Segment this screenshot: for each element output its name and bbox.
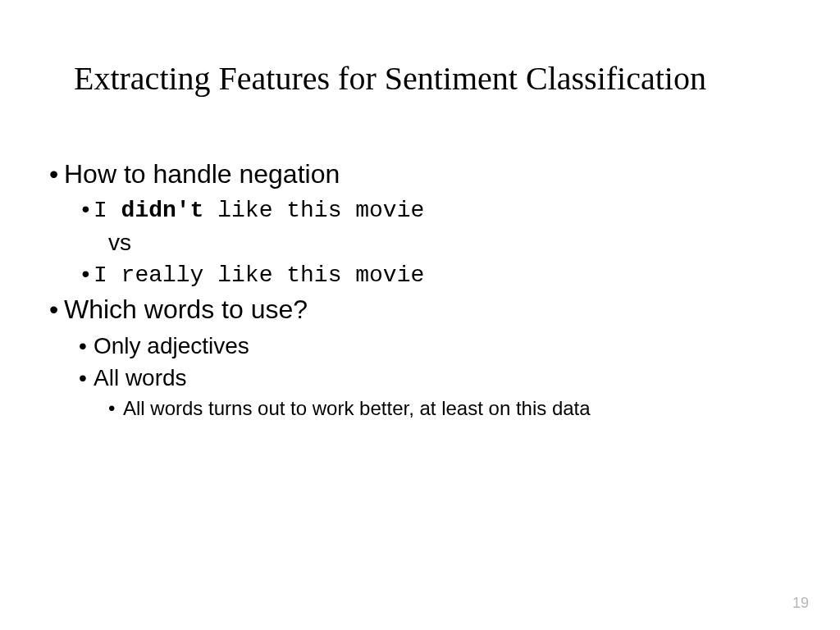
- bullet-example-didnt: I didn't like this movie: [79, 195, 791, 226]
- bullet-which-words: Which words to use?: [49, 293, 791, 327]
- slide-title: Extracting Features for Sentiment Classi…: [0, 0, 840, 98]
- bullet-negation: How to handle negation: [49, 158, 791, 192]
- example-bold: didn't: [121, 198, 204, 223]
- vs-text: vs: [108, 227, 791, 258]
- bullet-only-adjectives: Only adjectives: [79, 331, 791, 362]
- example-post: like this movie: [203, 198, 424, 223]
- page-number: 19: [792, 595, 809, 612]
- slide-content: How to handle negation I didn't like thi…: [0, 98, 840, 422]
- example-pre: I: [94, 198, 121, 223]
- bullet-example-really: I really like this movie: [79, 260, 791, 291]
- bullet-all-words: All words: [79, 363, 791, 394]
- bullet-all-words-note: All words turns out to work better, at l…: [108, 395, 791, 422]
